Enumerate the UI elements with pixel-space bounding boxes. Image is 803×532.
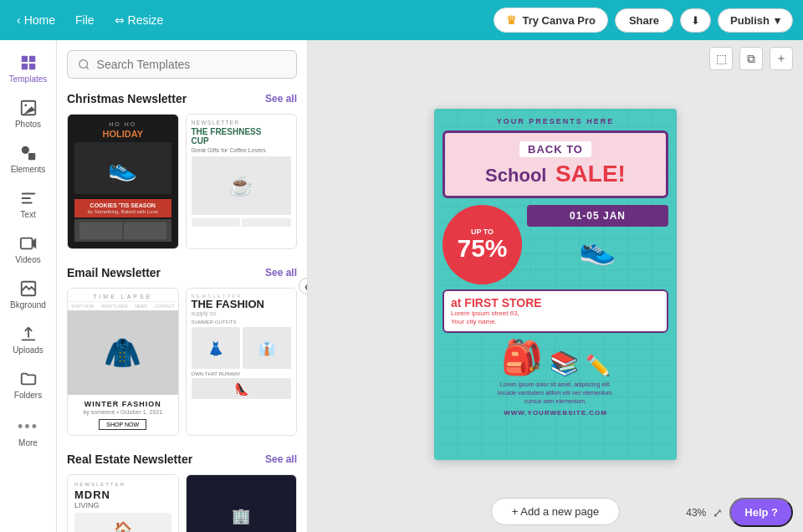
svg-rect-2	[21, 64, 27, 69]
flyer-sale-label: SALE!	[555, 161, 626, 187]
email-section-header: Email Newsletter See all	[67, 266, 297, 279]
add-page-button[interactable]: + Add a new page	[491, 498, 620, 525]
canvas-copy-button[interactable]: ⧉	[739, 47, 763, 70]
sidebar-item-more[interactable]: ••• More	[3, 408, 54, 454]
sidebar-item-folders[interactable]: Folders	[3, 363, 54, 407]
icon-sidebar: Templates Photos Elements Text Videos Bk…	[0, 40, 57, 532]
search-box	[67, 50, 297, 79]
flyer-shoe-area: 👟	[527, 232, 668, 267]
canvas-scroll-area[interactable]: YOUR PRESENTS HERE BACK TO School SALE!	[308, 77, 803, 491]
sidebar-photos-label: Photos	[15, 120, 41, 129]
zoom-level: 43%	[686, 507, 706, 519]
sidebar-folders-label: Folders	[14, 391, 42, 400]
backpack-icon: 🎒	[501, 338, 543, 377]
flyer-store-address: Lorem ipsum street 63,Your city name.	[451, 309, 660, 327]
canvas-frame-button[interactable]: ⬚	[709, 47, 733, 70]
text-icon	[19, 189, 38, 207]
realestate-section-title: Real Estate Newsletter	[67, 453, 192, 466]
sidebar-item-background[interactable]: Bkground	[3, 273, 54, 316]
bottom-right-bar: 43% ⤢ Help ?	[676, 493, 803, 532]
canvas-toolbar: ⬚ ⧉ ＋	[308, 40, 803, 77]
christmas-template-2[interactable]: NEWSLETTER THE FRESHNESSCUP Great Gifts …	[186, 114, 298, 249]
sidebar-item-uploads[interactable]: Uploads	[3, 318, 54, 361]
resize-icon: ⇔	[115, 13, 125, 27]
christmas-newsletter-section: Christmas Newsletter See all HO HO HOLID…	[67, 92, 297, 249]
flyer-discount-circle: UP TO 75%	[442, 205, 522, 284]
sidebar-more-label: More	[18, 438, 38, 448]
zoom-expand-icon[interactable]: ⤢	[713, 506, 723, 519]
email-template-2[interactable]: NEWSLETTER THE FASHION supply co. SUMMER…	[186, 288, 298, 436]
flyer-top-text: YOUR PRESENTS HERE	[442, 117, 668, 125]
christmas-templates-grid: HO HO HOLIDAY 👟 COOKIES 'TIS SEASON by S…	[67, 114, 297, 249]
email-section-title: Email Newsletter	[67, 266, 161, 279]
flyer-website: WWW.YOURWEBSITE.COM	[442, 409, 668, 417]
sidebar-uploads-label: Uploads	[13, 345, 43, 355]
sidebar-templates-label: Templates	[9, 74, 48, 84]
sidebar-elements-label: Elements	[11, 165, 46, 174]
realestate-template-1[interactable]: NEWSLETTER MDRN LIVING 🏠	[67, 474, 179, 532]
email-templates-grid: TIME LAPSE SHOT NOWWHAT'S NEWNEWSCONTACT…	[67, 288, 297, 436]
realestate-template-2[interactable]: 🏢 HOMES BY Premium Real Estate	[186, 474, 298, 532]
email-template-1[interactable]: TIME LAPSE SHOT NOWWHAT'S NEWNEWSCONTACT…	[67, 288, 179, 436]
christmas-see-all[interactable]: See all	[265, 93, 297, 105]
help-button[interactable]: Help ?	[729, 498, 793, 527]
christmas-section-title: Christmas Newsletter	[67, 92, 187, 105]
canvas-area: ⬚ ⧉ ＋ YOUR PRESENTS HERE BACK TO School	[308, 40, 803, 532]
resize-button[interactable]: ⇔ Resize	[108, 10, 171, 30]
download-button[interactable]: ⬇	[680, 8, 711, 33]
grid-icon	[19, 54, 38, 72]
try-canva-button[interactable]: ♛ Try Canva Pro	[494, 8, 607, 33]
upload-icon	[19, 325, 38, 343]
flyer-poster: YOUR PRESENTS HERE BACK TO School SALE!	[434, 109, 677, 460]
search-icon	[78, 58, 90, 71]
christmas-template-1[interactable]: HO HO HOLIDAY 👟 COOKIES 'TIS SEASON by S…	[67, 114, 179, 249]
top-navigation: ‹ Home File ⇔ Resize ♛ Try Canva Pro Sha…	[0, 0, 803, 40]
realestate-see-all[interactable]: See all	[265, 453, 297, 465]
resize-label: Resize	[128, 13, 164, 27]
share-button[interactable]: Share	[615, 8, 673, 33]
file-label: File	[75, 13, 95, 27]
back-button[interactable]: ‹ Home	[10, 10, 62, 30]
svg-rect-1	[28, 56, 34, 62]
search-input[interactable]	[97, 58, 286, 71]
chevron-down-icon: ▾	[775, 14, 780, 27]
flyer-at-first-store: at FIRST STORE	[451, 296, 660, 309]
publish-button[interactable]: Publish ▾	[718, 8, 793, 33]
folder-icon	[19, 370, 38, 388]
download-icon: ⬇	[691, 14, 700, 27]
svg-point-10	[79, 60, 88, 69]
sidebar-item-templates[interactable]: Templates	[3, 47, 54, 90]
sidebar-item-text[interactable]: Text	[3, 182, 54, 226]
help-label: Help ?	[744, 506, 778, 519]
flyer-lorem-bottom: Lorem ipsum dolor sit amet, adipiscing e…	[442, 381, 668, 405]
pencils-icon: ✏️	[586, 354, 611, 377]
file-button[interactable]: File	[69, 10, 101, 30]
flyer-right-side: 01-05 JAN 👟	[527, 205, 668, 267]
canvas-add-button[interactable]: ＋	[770, 47, 793, 70]
christmas-section-header: Christmas Newsletter See all	[67, 92, 297, 105]
add-page-label: + Add a new page	[512, 505, 599, 518]
shapes-icon	[19, 144, 38, 162]
fashion-title: THE FASHION	[192, 299, 292, 310]
publish-label: Publish	[730, 14, 770, 27]
email-see-all[interactable]: See all	[265, 267, 297, 279]
flyer-icons-row: 🎒 📚 ✏️	[442, 338, 668, 377]
video-icon	[19, 234, 38, 253]
flyer-middle-section: UP TO 75% 01-05 JAN 👟	[442, 205, 668, 284]
sidebar-item-photos[interactable]: Photos	[3, 92, 54, 136]
flyer-school-label: School	[485, 165, 546, 186]
share-label: Share	[629, 14, 659, 27]
realestate-templates-grid: NEWSLETTER MDRN LIVING 🏠 🏢 HOMES BY Prem…	[67, 474, 297, 532]
svg-rect-7	[28, 153, 35, 160]
flyer-date-box: 01-05 JAN	[527, 205, 668, 227]
back-icon: ‹	[17, 13, 21, 27]
realestate-newsletter-section: Real Estate Newsletter See all NEWSLETTE…	[67, 453, 297, 532]
svg-point-5	[24, 104, 27, 106]
panel-collapse-button[interactable]: ❮	[299, 278, 308, 294]
flyer-store-box: at FIRST STORE Lorem ipsum street 63,You…	[442, 289, 668, 334]
flyer-main-box: BACK TO School SALE!	[442, 130, 668, 198]
sidebar-item-elements[interactable]: Elements	[3, 137, 54, 181]
try-canva-label: Try Canva Pro	[522, 14, 595, 27]
templates-panel: Christmas Newsletter See all HO HO HOLID…	[57, 40, 308, 532]
sidebar-item-videos[interactable]: Videos	[3, 228, 54, 271]
